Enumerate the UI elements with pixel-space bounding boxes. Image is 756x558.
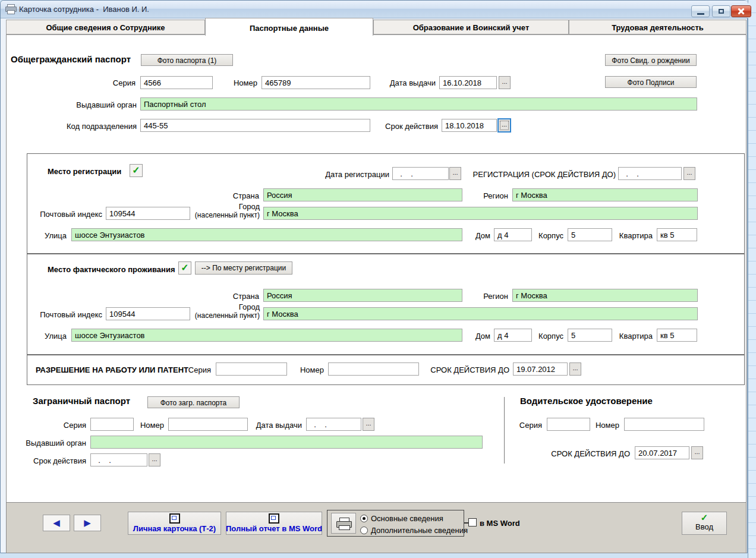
civil-issuer-field[interactable]: Паспортный стол <box>140 97 697 111</box>
civil-number-field[interactable]: 465789 <box>262 76 370 89</box>
titlebar[interactable]: Карточка сотрудника - Иванов И. И. <box>1 1 748 18</box>
reg-valid-field[interactable]: . . <box>618 167 682 180</box>
res-street-label: Улица <box>36 332 67 341</box>
personal-card-t2-button[interactable]: Личная карточка (Т-2) <box>128 512 221 535</box>
civil-issue-date-field[interactable]: 16.10.2018 <box>439 76 497 89</box>
prev-record-button[interactable]: ◀ <box>43 515 70 531</box>
res-apartment-field[interactable]: кв 5 <box>657 329 697 342</box>
reg-building-field[interactable]: 5 <box>568 228 612 241</box>
copy-from-registration-button[interactable]: --> По месту регистрации <box>195 261 292 275</box>
foreign-issue-date-field[interactable]: . . <box>306 418 361 431</box>
registration-checkbox[interactable]: ✓ <box>130 164 143 177</box>
background-window-bottom <box>0 553 748 558</box>
birth-cert-photo-button[interactable]: Фото Свид. о рождении <box>605 54 697 66</box>
check-icon: ✓ <box>682 512 726 522</box>
employee-card-screen: Карточка сотрудника - Иванов И. И. Общие… <box>0 0 756 558</box>
license-number-field[interactable] <box>624 418 704 431</box>
foreign-issue-date-picker-button[interactable]: ... <box>363 418 374 431</box>
permit-valid-field[interactable]: 19.07.2012 <box>513 362 568 376</box>
minimize-icon <box>697 13 704 15</box>
personal-card-t2-label: Личная карточка (Т-2) <box>133 524 216 533</box>
reg-postcode-label: Почтовый индекс <box>36 210 102 219</box>
foreign-number-field[interactable] <box>168 418 248 431</box>
reg-region-field[interactable]: г Москва <box>512 188 698 201</box>
civil-series-field[interactable]: 4566 <box>140 76 213 89</box>
signature-photo-button[interactable]: Фото Подписи <box>605 76 697 88</box>
passport-photo-button[interactable]: Фото паспорта (1) <box>141 54 233 66</box>
maximize-button[interactable] <box>712 5 730 17</box>
minimize-button[interactable] <box>691 5 710 17</box>
civil-series-label: Серия <box>89 78 136 87</box>
background-window-edge <box>748 0 756 558</box>
reg-house-field[interactable]: д 4 <box>494 228 532 241</box>
res-region-field[interactable]: г Москва <box>512 289 698 302</box>
reg-country-field[interactable]: Россия <box>263 188 462 201</box>
reg-city-field[interactable]: г Москва <box>263 207 698 220</box>
res-house-field[interactable]: д 4 <box>494 329 532 342</box>
foreign-series-label: Серия <box>56 421 86 430</box>
permit-number-label: Номер <box>296 365 324 374</box>
res-city-field[interactable]: г Москва <box>263 307 698 320</box>
reg-city-label: Город (населенный пункт) <box>189 202 260 219</box>
printer-icon <box>336 518 352 530</box>
reg-postcode-field[interactable]: 109544 <box>106 207 190 220</box>
res-postcode-field[interactable]: 109544 <box>106 307 190 320</box>
driver-license-divider <box>504 397 505 464</box>
reg-region-label: Регион <box>477 191 508 200</box>
reg-street-field[interactable]: шоссе Энтузиастов <box>71 228 462 241</box>
civil-dept-code-field[interactable]: 445-55 <box>140 119 370 132</box>
permit-number-field[interactable] <box>328 362 419 376</box>
civil-valid-until-field[interactable]: 18.10.2018 <box>442 119 497 132</box>
res-street-field[interactable]: шоссе Энтузиастов <box>71 329 462 342</box>
tab-education-military[interactable]: Образование и Воинский учет <box>373 20 569 34</box>
civil-issue-date-label: Дата выдачи <box>383 78 436 87</box>
full-report-msword-button[interactable]: Полный отчет в MS Word <box>226 512 322 535</box>
window-title: Карточка сотрудника - Иванов И. И. <box>19 5 149 14</box>
license-valid-field[interactable]: 20.07.2017 <box>635 446 689 459</box>
res-country-label: Страна <box>229 292 259 301</box>
foreign-number-label: Номер <box>133 421 164 430</box>
res-country-field[interactable]: Россия <box>263 289 462 302</box>
residence-checkbox[interactable]: ✓ <box>178 261 191 275</box>
foreign-issuer-field[interactable] <box>90 436 483 449</box>
reg-house-label: Дом <box>468 231 490 240</box>
reg-date-field[interactable]: . . <box>392 167 449 180</box>
civil-valid-until-picker-button[interactable]: ... <box>497 118 511 133</box>
permit-series-label: Серия <box>184 365 211 374</box>
radio-additional-info[interactable] <box>360 527 368 534</box>
submit-button[interactable]: ✓ Ввод <box>682 512 727 535</box>
foreign-issue-date-label: Дата выдачи <box>250 421 302 430</box>
ms-word-checkbox[interactable] <box>468 518 477 527</box>
res-building-field[interactable]: 5 <box>568 329 612 342</box>
reg-valid-picker-button[interactable]: ... <box>683 167 695 180</box>
civil-number-label: Номер <box>210 78 257 87</box>
tab-work-activity[interactable]: Трудовая деятельность <box>569 20 746 34</box>
license-valid-label: СРОК ДЕЙСТВИЯ ДО <box>547 449 630 458</box>
reg-city-label-line2: (населенный пункт) <box>189 211 260 219</box>
close-button[interactable] <box>731 5 751 17</box>
radio-main-info[interactable] <box>360 515 368 522</box>
civil-issue-date-picker-button[interactable]: ... <box>499 76 511 89</box>
word-document-icon <box>269 513 279 524</box>
reg-apartment-field[interactable]: кв 5 <box>657 228 697 241</box>
foreign-passport-title: Заграничный паспорт <box>33 396 130 406</box>
foreign-issuer-label: Выдавший орган <box>18 439 86 447</box>
permit-valid-picker-button[interactable]: ... <box>569 362 581 376</box>
permit-series-field[interactable] <box>216 362 287 376</box>
foreign-series-field[interactable] <box>90 418 134 431</box>
foreign-valid-picker-button[interactable]: ... <box>149 453 160 466</box>
connector-line <box>464 522 468 524</box>
tab-general-info[interactable]: Общие сведения о Сотруднике <box>6 20 205 34</box>
reg-date-label: Дата регистрации <box>321 170 389 179</box>
foreign-valid-label: Срок действия <box>27 456 86 465</box>
foreign-passport-photo-button[interactable]: Фото загр. паспорта <box>147 396 240 408</box>
license-valid-picker-button[interactable]: ... <box>691 446 703 459</box>
full-report-msword-label: Полный отчет в MS Word <box>226 524 322 533</box>
license-series-field[interactable] <box>547 418 590 431</box>
tab-passport-data[interactable]: Паспортные данные <box>205 18 373 36</box>
next-record-button[interactable]: ▶ <box>74 515 101 531</box>
print-button[interactable] <box>331 513 356 534</box>
foreign-valid-field[interactable]: . . <box>90 453 147 466</box>
registration-title: Место регистрации <box>48 167 121 176</box>
reg-apartment-label: Квартира <box>614 231 653 240</box>
